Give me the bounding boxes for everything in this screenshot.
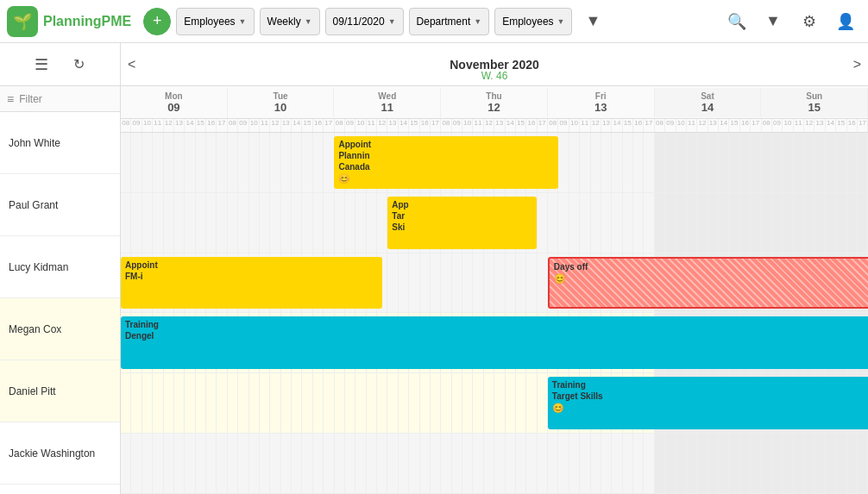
grid-cell: [324, 434, 334, 493]
grid-cell: [324, 133, 334, 192]
hour-label: 13: [494, 119, 505, 132]
hour-label: 17: [538, 119, 548, 132]
calendar-event[interactable]: TrainingDengel: [121, 316, 868, 369]
calendar-event[interactable]: AppTarSki: [387, 197, 537, 249]
hour-label: 14: [292, 119, 302, 132]
calendar-event[interactable]: Days off😊: [548, 257, 868, 310]
grid-cell: [665, 193, 676, 253]
grid-cell: [526, 253, 537, 313]
grid-cell: [506, 253, 516, 313]
grid-cell: [399, 373, 409, 433]
grid-cell: [452, 373, 462, 433]
grid-cell: [164, 133, 174, 192]
grid-cell: [644, 193, 654, 253]
employee-row: Megan Cox: [0, 298, 120, 360]
hour-label: 13: [815, 119, 825, 132]
grid-cell: [783, 434, 793, 493]
filter-icon[interactable]: ▼: [577, 6, 608, 37]
grid-cell: [387, 373, 398, 433]
add-button[interactable]: +: [143, 8, 171, 35]
grid-cell: [858, 434, 868, 493]
user-icon[interactable]: 👤: [830, 6, 861, 37]
grid-cell: [355, 434, 366, 493]
grid-cell: [729, 193, 739, 253]
filter-icon: ≡: [7, 92, 14, 106]
date-dropdown[interactable]: 09/11/2020 ▼: [325, 8, 404, 35]
grid-cell: [772, 133, 783, 192]
hour-label: 14: [612, 119, 622, 132]
grid-cell: [836, 434, 846, 493]
grid-cell: [826, 133, 836, 192]
grid-cell: [538, 373, 548, 433]
grid-cell: [762, 193, 772, 253]
grid-cell: [164, 434, 174, 493]
prev-nav[interactable]: <: [128, 57, 135, 72]
grid-cell: [473, 253, 483, 313]
gear-icon[interactable]: ⚙: [794, 6, 825, 37]
hour-label: 10: [355, 119, 366, 132]
employees-dropdown[interactable]: Employees ▼: [176, 8, 254, 35]
employee-row: Paul Grant: [0, 174, 120, 236]
hour-label: 17: [858, 119, 868, 132]
grid-cell: [580, 133, 590, 192]
hour-label: 12: [484, 119, 494, 132]
hour-label: 16: [526, 119, 537, 132]
weekly-dropdown[interactable]: Weekly ▼: [260, 8, 320, 35]
grid-cell: [249, 193, 260, 253]
hour-label: 08: [335, 119, 345, 132]
grid-cell: [249, 373, 260, 433]
logo-text: PlanningPME: [43, 14, 131, 29]
grid-cell: [292, 434, 302, 493]
grid-cell: [313, 133, 324, 192]
grid-cell: [772, 434, 783, 493]
day-column-header: Fri13: [548, 88, 655, 117]
grid-cell: [142, 434, 153, 493]
grid-cell: [484, 373, 494, 433]
grid-cell: [601, 193, 612, 253]
sidebar-refresh-icon[interactable]: ↻: [64, 49, 95, 80]
grid-cell: [121, 434, 131, 493]
calendar-event[interactable]: AppointPlanninCanada😊: [334, 136, 558, 189]
department-dropdown[interactable]: Department ▼: [409, 8, 490, 35]
grid-cell: [751, 193, 761, 253]
grid-cell: [313, 193, 324, 253]
grid-cell: [591, 434, 601, 493]
grid-cell: [121, 133, 131, 192]
grid-cell: [409, 373, 419, 433]
grid-cell: [238, 373, 248, 433]
grid-row: TrainingDengel: [121, 313, 868, 373]
calendar-event[interactable]: AppointFM-i: [121, 257, 382, 310]
grid-cell: [324, 373, 334, 433]
hour-label: 10: [569, 119, 580, 132]
grid-cell: [313, 373, 324, 433]
hour-label: 12: [804, 119, 815, 132]
calendar-event[interactable]: TrainingTarget Skills😊: [548, 377, 868, 429]
grid-cell: [302, 373, 312, 433]
grid-cell: [729, 133, 739, 192]
grid-cell: [228, 133, 238, 192]
hour-label: 14: [826, 119, 836, 132]
grid-cell: [494, 434, 505, 493]
hour-label: 10: [142, 119, 153, 132]
grid-cell: [558, 193, 569, 253]
caret-icon[interactable]: ▼: [758, 6, 789, 37]
grid-cell: [335, 373, 345, 433]
sidebar: ☰ ↻ ≡ Filter John WhitePaul GrantLucy Ki…: [0, 43, 121, 494]
search-icon[interactable]: 🔍: [721, 6, 752, 37]
grid-cell: [217, 193, 227, 253]
grid-cell: [185, 434, 195, 493]
grid-cell: [506, 373, 516, 433]
sidebar-menu-icon[interactable]: ☰: [26, 49, 57, 80]
employees2-dropdown[interactable]: Employees ▼: [494, 8, 572, 35]
grid-cell: [558, 133, 569, 192]
grid-cell: [815, 434, 825, 493]
grid-cell: [335, 434, 345, 493]
grid-cell: [420, 434, 431, 493]
hour-label: 14: [399, 119, 409, 132]
grid-cell: [367, 434, 377, 493]
grid-cell: [355, 373, 366, 433]
hour-label: 11: [367, 119, 377, 132]
grid-cell: [655, 434, 665, 493]
next-nav[interactable]: >: [853, 57, 861, 72]
hour-label: 17: [644, 119, 654, 132]
